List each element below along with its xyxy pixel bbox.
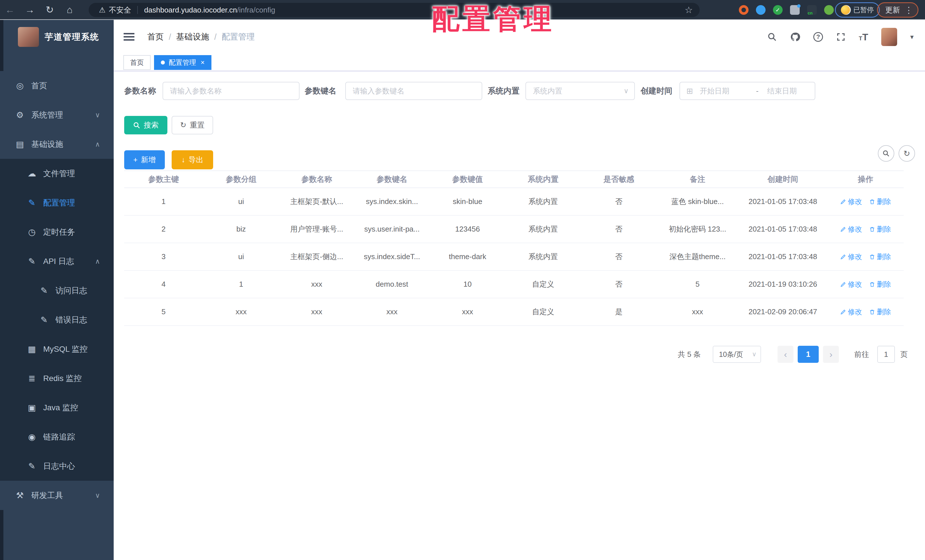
table-cell: 系统内置: [505, 243, 581, 270]
fullscreen-icon[interactable]: [836, 32, 846, 42]
chevron-down-icon: ∨: [95, 492, 100, 500]
ext-green-check[interactable]: ✓: [773, 5, 783, 15]
delete-link[interactable]: 删除: [869, 197, 891, 206]
access-log-icon: ✎: [38, 286, 50, 295]
link-label: 修改: [848, 197, 862, 206]
table-cell: 蓝色 skin-blue...: [657, 188, 738, 215]
sidebar-item[interactable]: ▣Java 监控: [0, 393, 114, 422]
sidebar-item[interactable]: ✎日志中心: [0, 452, 114, 481]
user-avatar[interactable]: [881, 28, 897, 46]
button-label: 新增: [141, 155, 156, 165]
column-header: 参数键值: [430, 171, 505, 188]
ext-cn-badge[interactable]: cn: [807, 5, 817, 15]
breadcrumb-separator: /: [169, 32, 171, 42]
search-icon[interactable]: [767, 32, 777, 42]
chevron-down-icon[interactable]: ▾: [910, 33, 914, 41]
tab-config[interactable]: 配置管理 ×: [154, 55, 211, 70]
toggle-search-button[interactable]: [878, 145, 894, 162]
delete-link[interactable]: 删除: [869, 224, 891, 234]
table-cell: 2021-01-19 03:10:26: [738, 271, 827, 298]
kebab-menu-icon[interactable]: ⋮: [904, 5, 913, 15]
chevron-up-icon: ∧: [95, 140, 100, 148]
export-button[interactable]: ↓ 导出: [172, 150, 213, 169]
param-key-input[interactable]: 请输入参数键名: [345, 82, 482, 100]
tab-label: 首页: [130, 58, 144, 67]
divider: [137, 6, 138, 14]
url-host: dashboard.yudao.iocoder.cn: [144, 6, 237, 15]
link-label: 删除: [877, 197, 891, 206]
page-1-button[interactable]: 1: [798, 346, 819, 363]
add-button[interactable]: + 新增: [124, 150, 165, 169]
table-cell: 是: [581, 298, 657, 325]
address-bar[interactable]: ⚠ 不安全 dashboard.yudao.iocoder.cn /infra/…: [89, 3, 700, 17]
sidebar-item[interactable]: ≣Redis 监控: [0, 364, 114, 393]
sidebar-item[interactable]: ☁文件管理: [0, 159, 114, 188]
ext-blue-pin[interactable]: [756, 5, 765, 15]
date-start-placeholder: 开始日期: [700, 86, 747, 96]
emoji-icon: [841, 5, 850, 15]
edit-link[interactable]: 修改: [840, 197, 862, 206]
help-icon[interactable]: ?: [814, 32, 823, 42]
delete-link[interactable]: 删除: [869, 252, 891, 261]
sidebar-item-label: 链路追踪: [43, 432, 75, 443]
sidebar-item[interactable]: ◷定时任务: [0, 217, 114, 247]
paused-extension-button[interactable]: 已暂停: [835, 2, 880, 18]
sidebar-item-label: MySQL 监控: [43, 344, 87, 355]
sidebar-item[interactable]: ◉链路追踪: [0, 422, 114, 452]
delete-link[interactable]: 删除: [869, 307, 891, 316]
table-cell: 3: [124, 243, 203, 270]
delete-link[interactable]: 删除: [869, 280, 891, 289]
sidebar-item[interactable]: ✎错误日志: [0, 305, 114, 334]
edit-link[interactable]: 修改: [840, 280, 862, 289]
edit-link[interactable]: 修改: [840, 307, 862, 316]
browser-update-button[interactable]: 更新 ⋮: [877, 2, 919, 18]
placeholder-text: 系统内置: [533, 86, 562, 96]
link-label: 删除: [877, 280, 891, 289]
date-range-picker[interactable]: ⊞ 开始日期 - 结束日期: [679, 82, 815, 100]
sidebar-item[interactable]: ⚒研发工具∨: [0, 481, 114, 510]
goto-page-input[interactable]: 1: [877, 346, 895, 363]
refresh-table-button[interactable]: ↻: [899, 145, 915, 162]
sidebar-item-label: 文件管理: [43, 168, 75, 179]
sidebar-item[interactable]: ⚙系统管理∨: [0, 100, 114, 129]
sidebar-item[interactable]: ◎首页: [0, 71, 114, 100]
tab-home[interactable]: 首页: [124, 55, 151, 70]
sidebar-item[interactable]: ▤基础设施∧: [0, 129, 114, 159]
table-cell: sys.user.init-pa...: [354, 216, 430, 242]
home-icon[interactable]: ⌂: [60, 4, 80, 15]
param-name-input[interactable]: 请输入参数名称: [163, 82, 300, 100]
next-page-button[interactable]: ›: [823, 346, 839, 363]
sidebar-logo-row[interactable]: 芋道管理系统: [0, 20, 114, 54]
hamburger-icon[interactable]: [124, 33, 134, 41]
back-icon[interactable]: ←: [0, 4, 20, 15]
bookmark-star-icon[interactable]: ☆: [685, 5, 693, 15]
page-size-select[interactable]: 10条/页 ∨: [713, 346, 761, 363]
placeholder-text: 请输入参数键名: [353, 86, 404, 96]
ext-leaf[interactable]: [824, 5, 834, 15]
forward-icon[interactable]: →: [20, 4, 40, 15]
refresh-icon: ↻: [903, 149, 910, 158]
security-warning-icon[interactable]: ⚠: [99, 6, 105, 15]
sidebar-item[interactable]: ▦MySQL 监控: [0, 334, 114, 364]
ext-grid[interactable]: [790, 5, 800, 15]
edit-link[interactable]: 修改: [840, 224, 862, 234]
reload-icon[interactable]: ↻: [40, 4, 60, 15]
sidebar-item-label: 访问日志: [56, 285, 87, 296]
sidebar-item[interactable]: ✎API 日志∧: [0, 247, 114, 276]
table-row: 1ui主框架页-默认...sys.index.skin...skin-blue系…: [124, 188, 904, 216]
github-icon[interactable]: [790, 32, 800, 42]
ext-orange-ring[interactable]: [739, 5, 749, 15]
table-cell: 4: [124, 271, 203, 298]
table-cell: 否: [581, 271, 657, 298]
font-size-icon[interactable]: TT: [859, 32, 868, 43]
breadcrumb-home[interactable]: 首页: [147, 31, 164, 43]
builtin-select[interactable]: 系统内置 ∨: [526, 82, 635, 100]
close-icon[interactable]: ×: [200, 59, 205, 66]
reset-button[interactable]: ↻ 重置: [172, 116, 213, 134]
search-button[interactable]: 搜索: [124, 116, 167, 134]
edit-link[interactable]: 修改: [840, 252, 862, 261]
breadcrumb-infra[interactable]: 基础设施: [176, 31, 209, 43]
sidebar-item[interactable]: ✎配置管理: [0, 188, 114, 217]
sidebar-item[interactable]: ✎访问日志: [0, 276, 114, 305]
prev-page-button[interactable]: ‹: [777, 346, 794, 363]
